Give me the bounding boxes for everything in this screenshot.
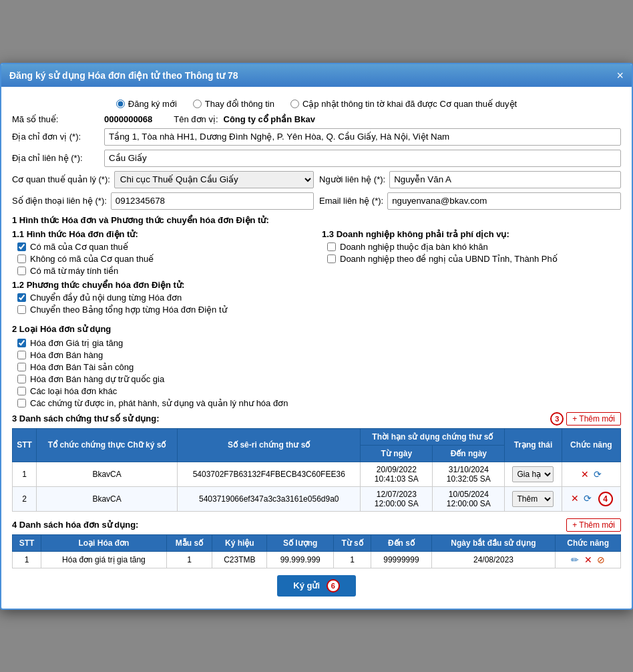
row2-trang-thai: Thêm Gia hạ [505,486,562,511]
section4-table: STT Loại Hóa đơn Mẫu số Ký hiệu Số lượng… [12,534,621,568]
mst-row: Mã số thuế: 0000000068 Tên đơn vị: Công … [12,114,621,124]
checkbox-may-tinh-tien[interactable]: Có mã từ máy tính tiền [17,266,311,276]
th-stt-3: STT [13,428,37,462]
row2-tu-ngay: 12/07/202312:00:00 SA [361,486,433,511]
checkbox-chung-tu[interactable]: Các chứng từ được in, phát hành, sử dụng… [17,398,621,408]
section2-items: Hóa đơn Giá trị gia tăng Hóa đơn Bán hàn… [17,338,621,408]
plus-icon-4: + [572,520,577,530]
row2-delete-button[interactable]: ✕ [571,493,579,504]
s4-row1-stt: 1 [13,551,41,568]
s4-row1-delete-button[interactable]: ✕ [584,554,592,565]
dia-chi-lien-he-input[interactable] [104,150,621,167]
checkbox-dia-ban-kho-khan-label: Doanh nghiệp thuộc địa bàn khó khăn [340,242,488,252]
close-button[interactable]: × [616,69,624,81]
checkbox-chuyen-day-du[interactable]: Chuyển đầy đủ nội dung từng Hóa đơn [17,293,311,303]
dia-chi-lien-he-row: Địa chỉ liên hệ (*): [12,150,621,167]
section3-add-button[interactable]: + Thêm mới [566,412,621,426]
registration-type-group: Đăng ký mới Thay đổi thông tin Cập nhật … [12,94,621,114]
s4-row1-loai: Hóa đơn giá trị gia tăng [41,551,167,568]
checkbox-tai-san-cong[interactable]: Hóa đơn Bán Tài sản công [17,362,621,372]
radio-thay-doi[interactable]: Thay đổi thông tin [193,99,274,109]
th-den-ngay: Đến ngày [433,445,505,462]
checkbox-chuyen-day-du-label: Chuyển đầy đủ nội dung từng Hóa đơn [30,293,182,303]
checkbox-ban-hang-label: Hóa đơn Bán hàng [30,350,103,360]
th-tu-ngay: Từ ngày [361,445,433,462]
s4-row1-tu-so: 1 [333,551,371,568]
section4-add-wrapper: + Thêm mới [566,518,621,532]
co-quan-thue-col: Cơ quan thuế quản lý (*): Chi cục Thuế Q… [12,171,314,188]
row1-to-chuc: BkavCA [37,462,178,486]
radio-dang-ky-moi[interactable]: Đăng ký mới [116,99,177,109]
dia-chi-lien-he-label: Địa chỉ liên hệ (*): [12,153,99,163]
table-row: 1 Hóa đơn giá trị gia tăng 1 C23TMB 99.9… [13,551,621,568]
s4-row1-so-luong: 99.999.999 [267,551,334,568]
nguoi-lien-he-input[interactable] [389,171,621,188]
th-den-so: Đến số [371,534,431,551]
s4-row1-ngay-bat-dau: 24/08/2023 [431,551,556,568]
sub1-title: 1.1 Hình thức Hóa đơn điện tử: [12,229,311,239]
row2-status-select[interactable]: Thêm Gia hạ [512,491,554,507]
nguoi-lien-he-label: Người liên hệ (*): [319,174,385,184]
checkbox-co-ma[interactable]: Có mã của Cơ quan thuế [17,242,311,252]
section4-add-button[interactable]: + Thêm mới [566,518,621,532]
submit-button[interactable]: Ký gửi 6 [277,575,355,597]
section4-add-label: Thêm mới [579,520,615,530]
dia-chi-don-vi-input[interactable] [104,128,621,146]
co-quan-thue-label: Cơ quan thuế quản lý (*): [12,174,110,184]
checkbox-co-ma-label: Có mã của Cơ quan thuế [30,242,128,252]
radio-cap-nhat[interactable]: Cập nhật thông tin tờ khai đã được Cơ qu… [290,99,517,109]
ten-don-vi-value: Công ty cổ phần Bkav [224,114,315,124]
row1-stt: 1 [13,462,37,486]
section3-badge: 3 [550,412,564,426]
th-chuc-nang-4: Chức năng [556,534,621,551]
s4-row1-actions: ✏ ✕ ⊘ [556,551,621,568]
row1-delete-button[interactable]: ✕ [581,469,589,480]
email-label: Email liên hệ (*): [319,196,383,206]
checkbox-chuyen-bang-tong-hop-label: Chuyển theo Bảng tổng hợp từng Hóa đơn Đ… [30,305,227,315]
checkbox-dia-ban-kho-khan[interactable]: Doanh nghiệp thuộc địa bàn khó khăn [327,242,621,252]
co-quan-thue-select[interactable]: Chi cục Thuế Quận Cầu Giấy [114,171,314,188]
checkbox-chuyen-bang-tong-hop[interactable]: Chuyển theo Bảng tổng hợp từng Hóa đơn Đ… [17,305,311,315]
th-tu-so: Từ số [333,534,371,551]
s4-row1-den-so: 99999999 [371,551,431,568]
row1-trang-thai: Gia hạ Thêm [505,462,562,486]
modal-title: Đăng ký sử dụng Hóa đơn điện tử theo Thô… [9,70,238,81]
checkbox-du-tru-quoc-gia-label: Hóa đơn Bán hàng dự trữ quốc gia [30,374,164,384]
checkbox-ban-hang[interactable]: Hóa đơn Bán hàng [17,350,621,360]
checkbox-du-tru-quoc-gia[interactable]: Hóa đơn Bán hàng dự trữ quốc gia [17,374,621,384]
sub3-items: Doanh nghiệp thuộc địa bàn khó khăn Doan… [327,242,621,264]
s4-row1-edit-button[interactable]: ✏ [571,554,579,565]
plus-icon: + [572,414,577,424]
section3-header: 3 Danh sách chứng thư số sử dụng: 3 + Th… [12,412,621,426]
row1-tu-ngay: 20/09/202210:41:03 SA [361,462,433,486]
sub2-title: 1.2 Phương thức chuyển hóa đơn Điện tử: [12,280,311,290]
th-so-serie: Số sê-ri chứng thư số [178,428,361,462]
sub1-items: Có mã của Cơ quan thuế Không có mã của C… [17,242,311,276]
checkbox-ubnd[interactable]: Doanh nghiệp theo đề nghị của UBND Tỉnh,… [327,254,621,264]
section3-table: STT Tổ chức chứng thực Chữ ký số Số sê-r… [12,428,621,512]
co-quan-nguoi-row: Cơ quan thuế quản lý (*): Chi cục Thuế Q… [12,171,621,188]
email-input[interactable] [387,192,621,210]
submit-badge: 6 [327,579,340,593]
section1-content: 1.1 Hình thức Hóa đơn điện tử: Có mã của… [12,229,621,319]
radio-thay-doi-label: Thay đổi thông tin [205,99,274,109]
mst-value: 0000000068 [104,114,152,124]
checkbox-loai-khac[interactable]: Các loại hóa đơn khác [17,386,621,396]
sub2-items: Chuyển đầy đủ nội dung từng Hóa đơn Chuy… [17,293,311,315]
section3-add-wrapper: 3 + Thêm mới [550,412,621,426]
table-row: 1 BkavCA 5403702F7B63132F4FBECB43C60FEE3… [13,462,621,486]
th-stt-4: STT [13,534,41,551]
row1-refresh-button[interactable]: ⟳ [594,469,602,480]
row1-status-select[interactable]: Gia hạ Thêm [512,466,554,482]
checkbox-gtgt[interactable]: Hóa đơn Giá trị gia tăng [17,338,621,348]
radio-dang-ky-moi-label: Đăng ký mới [128,99,177,109]
row2-refresh-button[interactable]: ⟳ [584,493,592,504]
row2-to-chuc: BkavCA [37,486,178,511]
table-row: 2 BkavCA 5403719066ef347a3c3a3161e056d9a… [13,486,621,511]
dia-chi-don-vi-row: Địa chỉ đơn vị (*): [12,128,621,146]
s4-row1-info-button[interactable]: ⊘ [597,554,605,565]
checkbox-khong-co-ma[interactable]: Không có mã của Cơ quan thuế [17,254,311,264]
sub3-title: 1.3 Doanh nghiệp không phải trả phí dịch… [322,229,621,239]
sdt-input[interactable] [111,192,314,210]
sdt-email-row: Số điện thoại liên hệ (*): Email liên hệ… [12,192,621,210]
